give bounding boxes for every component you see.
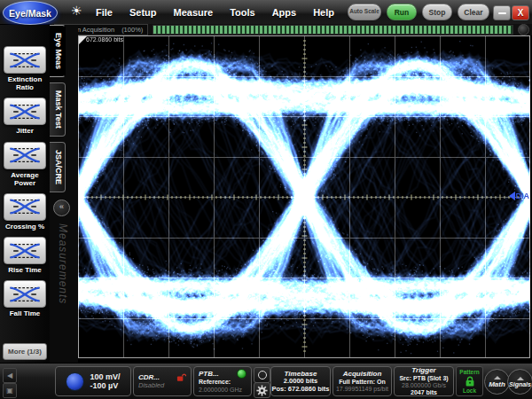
ptb-panel[interactable]: PTB... Reference: 2.0000000 GHz	[193, 366, 252, 396]
timebase-annotation: 672.0860 bits	[86, 36, 123, 43]
acquisition-resolution: 17.99951149 ps/bit	[336, 386, 388, 393]
channel-indicator-icon	[66, 372, 84, 391]
brightness-icon[interactable]: ☀	[71, 4, 82, 17]
fall-time-icon	[8, 285, 42, 304]
menu-file[interactable]: File	[96, 7, 113, 18]
cdr-unlocked-icon	[176, 372, 186, 382]
trigger-pattern-length: 2047 bits	[411, 389, 437, 396]
minimize-icon	[498, 12, 506, 14]
signals-up-arrow-icon	[517, 377, 524, 380]
measurement-sidebar: Extinction Ratio Jitter Average Power Cr…	[0, 25, 50, 364]
math-button[interactable]: Math	[484, 369, 510, 395]
clear-button[interactable]: Clear	[458, 4, 489, 20]
trigger-rate: 28.000000 Gb/s	[402, 382, 446, 389]
panel-scroll-button[interactable]	[254, 367, 270, 383]
acquisition-menu-button[interactable]	[518, 24, 529, 35]
channel-marker-arrow-icon	[509, 192, 515, 200]
close-button[interactable]: X	[512, 5, 529, 20]
settings-button[interactable]	[254, 382, 270, 398]
acquisition-panel[interactable]: Acquisition Full Pattern: On 17.99951149…	[332, 366, 392, 396]
timebase-panel[interactable]: Timebase 2.0000 bits Pos: 672.0860 bits	[270, 366, 331, 396]
menu-items: File Setup Measure Tools Apps Help	[96, 0, 334, 24]
cdr-status: Disabled	[138, 382, 164, 390]
pattern-lock-icon	[465, 376, 475, 387]
app-mode-button[interactable]: Eye/Mask	[3, 1, 58, 25]
menu-measure[interactable]: Measure	[174, 7, 214, 18]
ring-icon	[258, 371, 267, 379]
dca-oscilloscope-window: ☀ File Setup Measure Tools Apps Help Aut…	[0, 0, 532, 399]
eye-diagram-canvas[interactable]	[78, 35, 530, 358]
tab-mask-test[interactable]: Mask Test	[50, 82, 66, 137]
math-up-arrow-icon	[494, 376, 501, 379]
channel-offset-value: -100 µV	[90, 381, 118, 390]
measurements-strip-label: Measurements	[57, 223, 69, 304]
tab-jsa-cre[interactable]: JSA/CRE	[50, 142, 66, 192]
sidebar-item-extinction-ratio[interactable]: Extinction Ratio	[1, 46, 49, 91]
display-tool-button[interactable]: ▣	[3, 383, 17, 398]
more-measurements-button[interactable]: More (1/3)	[3, 343, 47, 360]
acquisition-progress-bar	[153, 25, 513, 35]
menu-apps[interactable]: Apps	[272, 7, 297, 18]
ptb-reference-label: Reference:	[199, 379, 231, 386]
sidebar-item-fall-time[interactable]: Fall Time	[4, 280, 46, 317]
tab-eye-meas[interactable]: Eye Meas	[50, 25, 66, 77]
ptb-reference-value: 2.0000000 GHz	[199, 387, 242, 394]
pattern-lock-label-bottom: Lock	[463, 387, 476, 394]
crossing-icon	[8, 197, 42, 216]
extinction-ratio-icon	[8, 51, 42, 70]
scroll-panels-left-button[interactable]: ◀	[3, 368, 17, 383]
average-power-icon	[8, 145, 42, 165]
measurement-tab-strip: Eye Meas Mask Test JSA/CRE « Measurement…	[50, 25, 78, 364]
sidebar-item-jitter[interactable]: Jitter	[4, 98, 46, 135]
status-bar: ◀ ▣ 100 mV/ -100 µV CDR... Disabled PTB.…	[0, 363, 532, 399]
acquisition-full-pattern: Full Pattern: On	[339, 379, 386, 386]
signals-button[interactable]: Signals	[507, 369, 532, 395]
auto-scale-button[interactable]: Auto Scale	[348, 4, 381, 20]
menu-help[interactable]: Help	[313, 7, 334, 18]
acquisition-title: Acquisition	[343, 370, 382, 378]
channel-scale-value: 100 mV/	[90, 372, 120, 381]
trigger-source: Src: PTB (Slot 3)	[399, 375, 448, 382]
menu-setup[interactable]: Setup	[129, 7, 157, 18]
cdr-panel[interactable]: CDR... Disabled	[133, 366, 192, 396]
pattern-lock-button[interactable]: Pattern Lock	[456, 366, 483, 396]
stop-button[interactable]: Stop	[422, 4, 452, 20]
ptb-title: PTB...	[199, 370, 219, 378]
cdr-title: CDR...	[138, 373, 160, 381]
acquisition-status-bar: Pattern Acquisition (100%)	[51, 24, 532, 35]
trigger-panel[interactable]: Trigger Src: PTB (Slot 3) 28.000000 Gb/s…	[394, 366, 454, 396]
sidebar-item-crossing[interactable]: Crossing %	[4, 193, 46, 231]
acquisition-percent: (100%)	[121, 26, 143, 34]
waveform-display: 672.0860 bits DIA	[78, 35, 530, 358]
sidebar-item-rise-time[interactable]: Rise Time	[4, 237, 46, 274]
collapse-sidebar-button[interactable]: «	[53, 200, 70, 216]
ptb-status-led-icon	[237, 369, 246, 379]
rise-time-icon	[8, 241, 42, 261]
channel-scale-panel[interactable]: 100 mV/ -100 µV	[55, 366, 131, 396]
gear-icon	[256, 385, 268, 396]
trigger-title: Trigger	[411, 366, 435, 374]
pattern-lock-label-top: Pattern	[459, 369, 479, 375]
menu-bar: ☀ File Setup Measure Tools Apps Help Aut…	[0, 0, 532, 25]
minimize-button[interactable]	[493, 5, 511, 20]
jitter-icon	[8, 102, 42, 121]
menu-tools[interactable]: Tools	[230, 7, 255, 18]
channel-marker-dia[interactable]: DIA	[509, 192, 530, 200]
sidebar-item-average-power[interactable]: Average Power	[1, 142, 49, 187]
timebase-position: Pos: 672.0860 bits	[271, 386, 329, 394]
run-button[interactable]: Run	[387, 4, 417, 20]
